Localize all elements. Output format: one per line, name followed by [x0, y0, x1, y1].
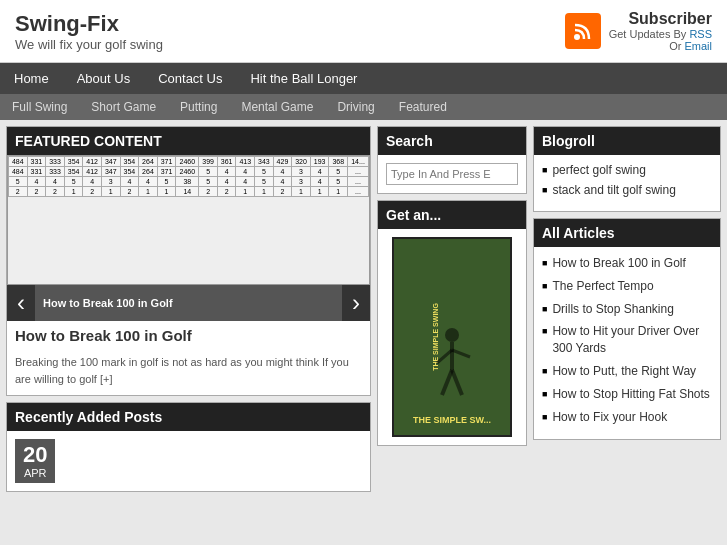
blogroll-heading: Blogroll	[534, 127, 720, 155]
next-arrow[interactable]: ›	[342, 285, 370, 321]
prev-arrow[interactable]: ‹	[7, 285, 35, 321]
svg-line-4	[452, 350, 470, 357]
article-link[interactable]: How to Break 100 in Golf	[552, 255, 685, 272]
blogroll-item: perfect golf swing	[542, 163, 712, 177]
article-item: How to Break 100 in Golf	[542, 255, 712, 272]
article-item: How to Putt, the Right Way	[542, 363, 712, 380]
recent-posts-section: Recently Added Posts 20 Apr	[6, 402, 371, 492]
search-heading: Search	[378, 127, 526, 155]
email-link[interactable]: Email	[684, 40, 712, 52]
date-box: 20 Apr	[15, 439, 55, 483]
date-day: 20	[23, 443, 47, 467]
article-item: How to Fix your Hook	[542, 409, 712, 426]
article-item: The Perfect Tempo	[542, 278, 712, 295]
featured-nav: ‹ How to Break 100 in Golf ›	[7, 285, 370, 321]
svg-line-3	[437, 350, 452, 363]
sub-nav-list: Full SwingShort GamePuttingMental GameDr…	[0, 94, 727, 120]
blogroll-section: Blogroll perfect golf swingstack and til…	[533, 126, 721, 212]
article-link[interactable]: How to Stop Hitting Fat Shots	[552, 386, 709, 403]
main-nav-item[interactable]: Contact Us	[144, 63, 236, 94]
book-image[interactable]: THE SIMPLE SWING THE SIMPLE SW...	[392, 237, 512, 437]
article-link[interactable]: How to Putt, the Right Way	[552, 363, 696, 380]
article-link[interactable]: How to Fix your Hook	[552, 409, 667, 426]
sub-nav-item[interactable]: Short Game	[79, 94, 168, 120]
all-articles-heading: All Articles	[534, 219, 720, 247]
sub-nav-item[interactable]: Featured	[387, 94, 459, 120]
featured-post-link[interactable]: How to Break 100 in Golf	[43, 297, 173, 309]
all-articles-list: How to Break 100 in GolfThe Perfect Temp…	[534, 247, 720, 439]
svg-line-6	[452, 370, 462, 395]
book-title: THE SIMPLE SW...	[413, 415, 491, 427]
blogroll-item: stack and tilt golf swing	[542, 183, 712, 197]
get-an-update-section: Get an... THE SIMPLE SWING THE SIMPLE SW…	[377, 200, 527, 446]
search-input[interactable]	[386, 163, 518, 185]
date-month: Apr	[23, 467, 47, 479]
content-wrapper: FEATURED CONTENT 48433133335441234735426…	[0, 120, 727, 498]
sub-nav-item[interactable]: Putting	[168, 94, 229, 120]
sub-nav: Full SwingShort GamePuttingMental GameDr…	[0, 94, 727, 120]
svg-line-5	[442, 370, 452, 395]
site-tagline: We will fix your golf swing	[15, 37, 163, 52]
featured-post-desc: Breaking the 100 mark in golf is not as …	[7, 350, 370, 395]
right-column: Blogroll perfect golf swingstack and til…	[533, 126, 721, 492]
featured-heading: FEATURED CONTENT	[7, 127, 370, 155]
sub-nav-item[interactable]: Full Swing	[0, 94, 79, 120]
article-item: How to Stop Hitting Fat Shots	[542, 386, 712, 403]
recent-posts-heading: Recently Added Posts	[7, 403, 370, 431]
article-link[interactable]: How to Hit your Driver Over 300 Yards	[552, 323, 712, 357]
rss-icon	[565, 13, 601, 49]
search-section: Search	[377, 126, 527, 194]
sub-nav-item[interactable]: Driving	[325, 94, 386, 120]
featured-image: 4843313333544123473542643712460399361413…	[7, 155, 370, 285]
blogroll-link[interactable]: stack and tilt golf swing	[552, 183, 675, 197]
article-item: Drills to Stop Shanking	[542, 301, 712, 318]
svg-point-1	[445, 328, 459, 342]
get-update-heading: Get an...	[378, 201, 526, 229]
subscriber-heading: Subscriber	[609, 10, 712, 28]
recent-post-item: 20 Apr	[7, 431, 370, 491]
subscribe-line1: Get Updates By RSS	[609, 28, 712, 40]
site-header: Swing-Fix We will fix your golf swing Su…	[0, 0, 727, 63]
score-card-grid: 4843313333544123473542643712460399361413…	[7, 155, 370, 285]
article-link[interactable]: The Perfect Tempo	[552, 278, 653, 295]
main-nav: HomeAbout UsContact UsHit the Ball Longe…	[0, 63, 727, 94]
subscribe-block: Subscriber Get Updates By RSS Or Email	[565, 10, 712, 52]
book-golfer-icon	[422, 325, 482, 405]
main-nav-item[interactable]: Hit the Ball Longer	[236, 63, 371, 94]
middle-column: Search Get an... THE SIMPLE SWING	[377, 126, 527, 492]
featured-post-title-block: How to Break 100 in Golf	[7, 321, 370, 350]
subscribe-line2: Or Email	[609, 40, 712, 52]
main-nav-item[interactable]: Home	[0, 63, 63, 94]
article-link[interactable]: Drills to Stop Shanking	[552, 301, 673, 318]
article-item: How to Hit your Driver Over 300 Yards	[542, 323, 712, 357]
featured-post-heading: How to Break 100 in Golf	[15, 327, 362, 344]
main-nav-list: HomeAbout UsContact UsHit the Ball Longe…	[0, 63, 727, 94]
featured-caption: How to Break 100 in Golf	[35, 292, 342, 314]
site-title: Swing-Fix	[15, 11, 163, 37]
score-table: 4843313333544123473542643712460399361413…	[8, 156, 369, 197]
get-an-update-content: THE SIMPLE SWING THE SIMPLE SW...	[378, 229, 526, 445]
all-articles-section: All Articles How to Break 100 in GolfThe…	[533, 218, 721, 440]
featured-content-section: FEATURED CONTENT 48433133335441234735426…	[6, 126, 371, 396]
blogroll-list: perfect golf swingstack and tilt golf sw…	[534, 155, 720, 211]
blogroll-link[interactable]: perfect golf swing	[552, 163, 645, 177]
main-nav-item[interactable]: About Us	[63, 63, 144, 94]
site-title-block: Swing-Fix We will fix your golf swing	[15, 11, 163, 52]
subscribe-text: Subscriber Get Updates By RSS Or Email	[609, 10, 712, 52]
sub-nav-item[interactable]: Mental Game	[229, 94, 325, 120]
rss-link[interactable]: RSS	[689, 28, 712, 40]
svg-point-0	[574, 34, 580, 40]
search-form	[378, 155, 526, 193]
left-column: FEATURED CONTENT 48433133335441234735426…	[6, 126, 371, 492]
